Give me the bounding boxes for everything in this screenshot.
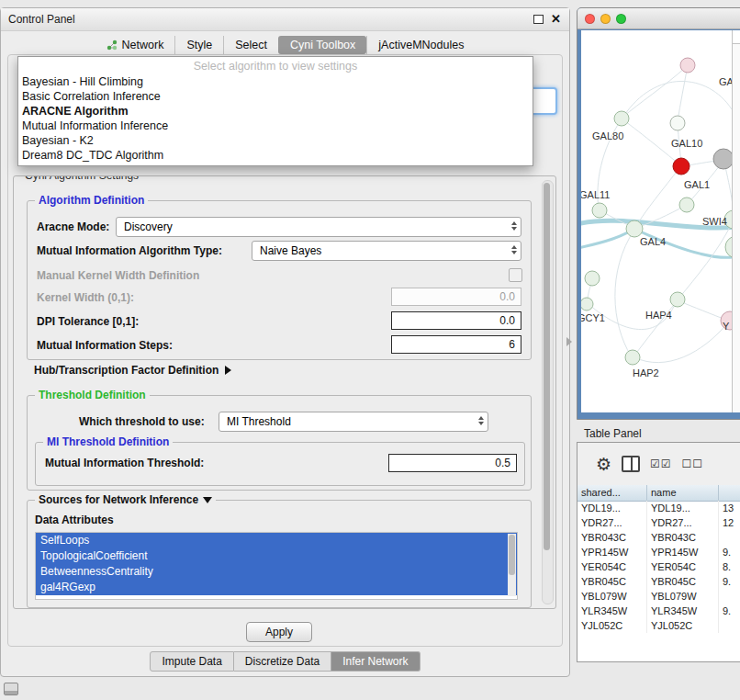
mac-minimize-button[interactable] [600, 14, 611, 24]
mi-type-value: Naive Bayes [260, 244, 321, 257]
table-cell: 12 [719, 515, 740, 530]
mi-threshold-value: 0.5 [495, 457, 510, 469]
threshold-type-combo[interactable]: MI Threshold [219, 412, 488, 432]
table-body: YDL19...YDL19...13YDR27...YDR27...12YBR0… [577, 501, 740, 661]
mi-threshold-field[interactable]: 0.5 [388, 454, 517, 472]
column-header[interactable]: shared... [577, 485, 647, 501]
tab-label: Select [235, 39, 267, 51]
tab-style[interactable]: Style [174, 36, 223, 54]
list-scrollbar[interactable] [508, 534, 516, 596]
select-all-icon[interactable]: ☑☑ [650, 457, 672, 470]
scrollbar-thumb[interactable] [544, 183, 550, 550]
tab-jactivemnodules[interactable]: jActiveMNodules [366, 36, 475, 54]
mi-steps-value: 6 [509, 338, 515, 351]
algorithm-option-bayesian-k2[interactable]: Bayesian - K2 [18, 133, 533, 148]
network-canvas[interactable]: GAL80GAL10GAL11GAL1SWI4GAL4GCY1HAP4HAP2G… [581, 30, 733, 412]
network-node[interactable] [581, 298, 593, 310]
network-node[interactable] [713, 149, 733, 169]
network-edge [636, 168, 679, 226]
aracne-mode-combo[interactable]: Discovery [116, 217, 521, 237]
apply-button[interactable]: Apply [246, 622, 312, 642]
table-row[interactable]: YBR045CYBR045C9. [577, 574, 740, 589]
scrollbar-button[interactable] [733, 30, 740, 44]
manual-kernel-checkbox[interactable] [509, 268, 522, 282]
table-cell: YER054C [647, 559, 719, 574]
tab-network[interactable]: Network [95, 36, 175, 54]
gear-icon[interactable]: ⚙ [596, 456, 611, 473]
node-label: HAP2 [633, 367, 659, 378]
algorithm-option-aracne-algorithm[interactable]: ARACNE Algorithm [18, 104, 533, 119]
tab-label: jActiveMNodules [378, 39, 464, 51]
node-label: GAL4 [640, 236, 666, 247]
panel-dock-icon[interactable] [4, 683, 18, 695]
table-header: shared...name [577, 485, 740, 502]
float-panel-icon[interactable] [533, 15, 544, 24]
algorithm-option-dream8-dc-tdc-algorithm[interactable]: Dream8 DC_TDC Algorithm [18, 148, 533, 163]
network-window-titlebar [577, 8, 740, 29]
network-node[interactable] [670, 292, 685, 307]
table-cell: YLR345W [577, 604, 647, 618]
network-node[interactable] [614, 111, 629, 126]
mac-zoom-button[interactable] [616, 14, 626, 24]
data-attributes-list[interactable]: SelfLoopsTopologicalCoefficientBetweenne… [35, 532, 518, 600]
column-header[interactable] [719, 485, 740, 501]
control-panel-titlebar: Control Panel ✕ [1, 8, 569, 31]
sources-group-title[interactable]: Sources for Network Inference [35, 493, 216, 506]
data-attribute-item[interactable]: gal4RGexp [36, 580, 517, 595]
dpi-tolerance-field[interactable]: 0.0 [391, 311, 521, 330]
data-attribute-item[interactable]: TopologicalCoefficient [36, 548, 517, 564]
bottom-tab-impute-data[interactable]: Impute Data [150, 651, 233, 672]
mi-steps-field[interactable]: 6 [391, 335, 521, 354]
network-node[interactable] [670, 116, 685, 130]
bottom-tab-infer-network[interactable]: Infer Network [331, 651, 420, 672]
close-icon[interactable]: ✕ [551, 12, 561, 26]
table-row[interactable]: YBL079WYBL079W [577, 589, 740, 604]
network-node[interactable] [679, 198, 694, 212]
data-attribute-item[interactable]: BetweennessCentrality [36, 564, 517, 580]
data-attribute-item[interactable]: SelfLoops [36, 533, 517, 548]
table-cell: 13 [719, 501, 740, 515]
mi-threshold-group-title: MI Threshold Definition [43, 435, 173, 448]
column-selector-icon[interactable] [622, 456, 640, 472]
mi-type-combo[interactable]: Naive Bayes [252, 241, 521, 261]
threshold-type-value: MI Threshold [227, 415, 291, 428]
table-row[interactable]: YLR345WYLR345W9. [577, 604, 740, 618]
algorithm-dropdown: Select algorithm to view settings Bayesi… [17, 56, 533, 166]
network-node[interactable] [680, 58, 695, 73]
table-row[interactable]: YDL19...YDL19...13 [577, 501, 740, 515]
algorithm-option-mutual-information-inference[interactable]: Mutual Information Inference [18, 119, 533, 133]
kernel-width-label: Kernel Width (0,1): [37, 291, 134, 304]
table-cell: YBR043C [647, 530, 719, 545]
algorithm-definition-group: Algorithm Definition Aracne Mode: Discov… [27, 200, 532, 360]
deselect-all-icon[interactable]: ☐☐ [682, 457, 704, 470]
table-row[interactable]: YDR27...YDR27...12 [577, 515, 740, 530]
kernel-width-field: 0.0 [391, 288, 521, 306]
aracne-mode-value: Discovery [124, 220, 173, 233]
algorithm-option-basic-correlation-inference[interactable]: Basic Correlation Inference [18, 89, 533, 104]
hub-definition-toggle[interactable]: Hub/Transcription Factor Definition [34, 364, 231, 377]
column-header[interactable]: name [647, 485, 719, 501]
tab-select[interactable]: Select [223, 36, 278, 54]
splitter-handle[interactable] [566, 337, 572, 346]
network-node[interactable] [585, 271, 600, 286]
mac-close-button[interactable] [585, 14, 595, 24]
network-node[interactable] [592, 203, 607, 218]
table-cell [719, 618, 740, 633]
settings-scrollbar[interactable] [542, 180, 554, 604]
table-row[interactable]: YBR043CYBR043C [577, 530, 740, 545]
data-attributes-label: Data Attributes [35, 514, 114, 526]
network-node[interactable] [626, 220, 643, 237]
table-cell: 8. [719, 559, 740, 574]
table-row[interactable]: YER054CYER054C8. [577, 559, 740, 574]
table-row[interactable]: YJL052CYJL052C [577, 618, 740, 633]
dropdown-items: Bayesian - Hill ClimbingBasic Correlatio… [18, 74, 533, 163]
mi-steps-label: Mutual Information Steps: [37, 339, 173, 352]
bottom-tab-discretize-data[interactable]: Discretize Data [234, 651, 331, 672]
tab-cyni-toolbox[interactable]: Cyni Toolbox [278, 36, 366, 54]
network-node[interactable] [625, 350, 640, 365]
network-scrollbar[interactable] [732, 30, 740, 412]
table-row[interactable]: YPR145WYPR145W9. [577, 545, 740, 559]
dpi-tolerance-value: 0.0 [499, 314, 515, 327]
algorithm-option-bayesian-hill-climbing[interactable]: Bayesian - Hill Climbing [18, 74, 533, 89]
network-node[interactable] [673, 158, 690, 175]
